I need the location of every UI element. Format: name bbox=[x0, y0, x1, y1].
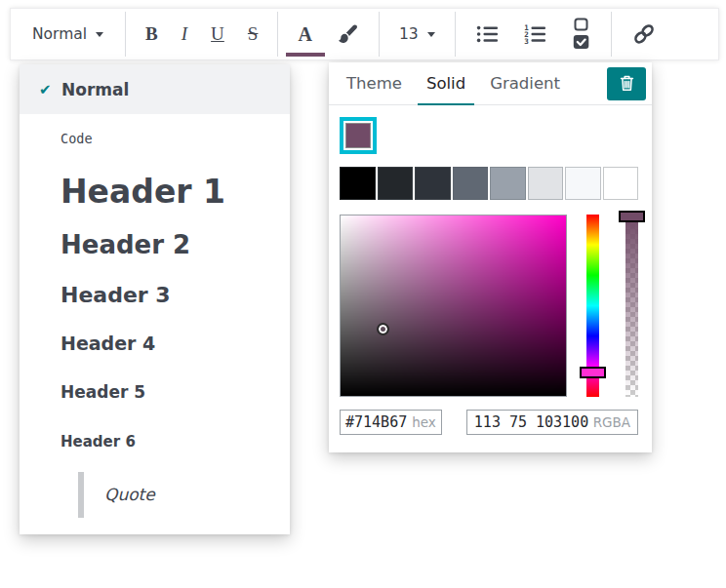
style-option-label: Quote bbox=[104, 485, 155, 504]
grayscale-palette bbox=[340, 167, 638, 200]
style-option-label: Header 3 bbox=[60, 283, 171, 307]
hex-label: hex bbox=[412, 414, 436, 430]
font-size-dropdown[interactable]: 13 bbox=[387, 12, 447, 57]
paintbrush-icon bbox=[336, 22, 359, 46]
opacity-slider-handle[interactable] bbox=[619, 211, 645, 222]
gray-swatch-8[interactable] bbox=[603, 167, 639, 200]
red-value: 113 bbox=[474, 413, 501, 431]
color-value-inputs: #714B67 hex 113 75 103 100 RGBA bbox=[340, 410, 638, 435]
gray-swatch-3[interactable] bbox=[415, 167, 451, 200]
selected-color-inner-ring bbox=[343, 121, 373, 150]
strikethrough-button[interactable]: S bbox=[236, 12, 270, 57]
style-option-header2[interactable]: Header 2 bbox=[20, 219, 290, 270]
opacity-slider[interactable] bbox=[625, 215, 638, 397]
chevron-down-icon bbox=[96, 32, 103, 37]
style-option-header5[interactable]: Header 5 bbox=[20, 368, 290, 416]
style-option-header4[interactable]: Header 4 bbox=[20, 319, 290, 368]
gray-swatch-1[interactable] bbox=[340, 167, 376, 200]
toolbar-divider bbox=[125, 12, 126, 57]
style-option-label: Header 2 bbox=[60, 230, 190, 259]
paragraph-style-dropdown[interactable]: Normal bbox=[19, 12, 117, 57]
text-color-letter: A bbox=[298, 23, 311, 46]
numbered-list-icon: 123 bbox=[523, 23, 547, 45]
underline-label: U bbox=[211, 23, 224, 45]
underline-button[interactable]: U bbox=[199, 12, 236, 57]
style-option-header6[interactable]: Header 6 bbox=[20, 416, 290, 466]
current-color-bar bbox=[286, 53, 325, 57]
tab-label: Theme bbox=[346, 74, 402, 93]
blue-value: 103 bbox=[536, 413, 562, 431]
strikethrough-label: S bbox=[248, 23, 259, 45]
checklist-icon bbox=[571, 18, 591, 51]
hue-slider-handle[interactable] bbox=[580, 367, 606, 378]
bullet-list-button[interactable] bbox=[464, 12, 511, 57]
numbered-list-button[interactable]: 123 bbox=[511, 12, 559, 57]
tab-theme[interactable]: Theme bbox=[346, 62, 402, 104]
editor-stage: Normal B I U S A bbox=[0, 0, 726, 588]
green-value: 75 bbox=[509, 413, 527, 431]
link-icon bbox=[631, 21, 657, 47]
italic-label: I bbox=[182, 23, 187, 45]
tab-label: Gradient bbox=[490, 74, 560, 93]
highlight-color-button[interactable] bbox=[324, 12, 371, 57]
style-option-label: Code bbox=[60, 131, 93, 146]
paragraph-style-menu: ✔ Normal Code Header 1 Header 2 Header 3… bbox=[20, 64, 290, 534]
check-icon: ✔ bbox=[39, 81, 56, 98]
bold-label: B bbox=[145, 23, 158, 45]
color-picker-popup: Theme Solid Gradient bbox=[329, 62, 652, 452]
style-option-label: Normal bbox=[61, 80, 129, 99]
quote-bar bbox=[78, 472, 84, 518]
toolbar-divider bbox=[277, 12, 278, 57]
selected-color-fill bbox=[345, 123, 371, 148]
gray-swatch-6[interactable] bbox=[528, 167, 564, 200]
style-option-header3[interactable]: Header 3 bbox=[20, 270, 290, 319]
color-picker-body: #714B67 hex 113 75 103 100 RGBA bbox=[329, 105, 652, 435]
tab-solid[interactable]: Solid bbox=[426, 62, 465, 104]
gray-swatch-2[interactable] bbox=[378, 167, 414, 200]
color-picker-tabs: Theme Solid Gradient bbox=[329, 62, 652, 105]
hue-slider[interactable] bbox=[586, 215, 599, 397]
gray-swatch-7[interactable] bbox=[565, 167, 601, 200]
alpha-value: 100 bbox=[562, 413, 588, 431]
bullet-list-icon bbox=[475, 23, 500, 45]
style-option-quote[interactable]: Quote bbox=[20, 466, 290, 523]
saturation-cursor[interactable] bbox=[377, 323, 389, 335]
checklist-button[interactable] bbox=[559, 12, 603, 57]
style-option-normal[interactable]: ✔ Normal bbox=[20, 64, 290, 114]
rgba-input[interactable]: 113 75 103 100 RGBA bbox=[466, 410, 638, 435]
toolbar-divider bbox=[379, 12, 380, 57]
chevron-down-icon bbox=[427, 32, 435, 37]
selected-color-swatch[interactable] bbox=[340, 117, 377, 154]
picker-gradient-row bbox=[340, 215, 638, 397]
formatting-toolbar: Normal B I U S A bbox=[10, 8, 719, 60]
style-option-label: Header 1 bbox=[60, 173, 225, 211]
text-color-button[interactable]: A bbox=[286, 12, 323, 57]
style-option-label: Header 6 bbox=[60, 433, 136, 451]
svg-text:3: 3 bbox=[524, 37, 529, 45]
tab-label: Solid bbox=[426, 74, 465, 93]
toolbar-divider bbox=[611, 12, 612, 57]
toolbar-divider bbox=[455, 12, 456, 57]
italic-button[interactable]: I bbox=[170, 12, 199, 57]
insert-link-button[interactable] bbox=[620, 12, 668, 57]
trash-icon bbox=[619, 73, 635, 96]
style-option-label: Header 4 bbox=[60, 333, 155, 354]
saturation-brightness-area[interactable] bbox=[340, 215, 567, 397]
rgba-label: RGBA bbox=[593, 414, 630, 430]
bold-button[interactable]: B bbox=[134, 12, 170, 57]
gray-swatch-5[interactable] bbox=[490, 167, 526, 200]
clear-color-button[interactable] bbox=[607, 67, 646, 100]
paragraph-style-label: Normal bbox=[32, 25, 87, 43]
hex-value: #714B67 bbox=[345, 413, 407, 431]
font-size-value: 13 bbox=[399, 25, 419, 43]
style-option-label: Header 5 bbox=[60, 382, 145, 402]
tab-gradient[interactable]: Gradient bbox=[490, 62, 560, 104]
style-option-code[interactable]: Code bbox=[20, 114, 290, 163]
style-option-header1[interactable]: Header 1 bbox=[20, 163, 290, 219]
gray-swatch-4[interactable] bbox=[453, 167, 489, 200]
hex-input[interactable]: #714B67 hex bbox=[340, 410, 442, 435]
